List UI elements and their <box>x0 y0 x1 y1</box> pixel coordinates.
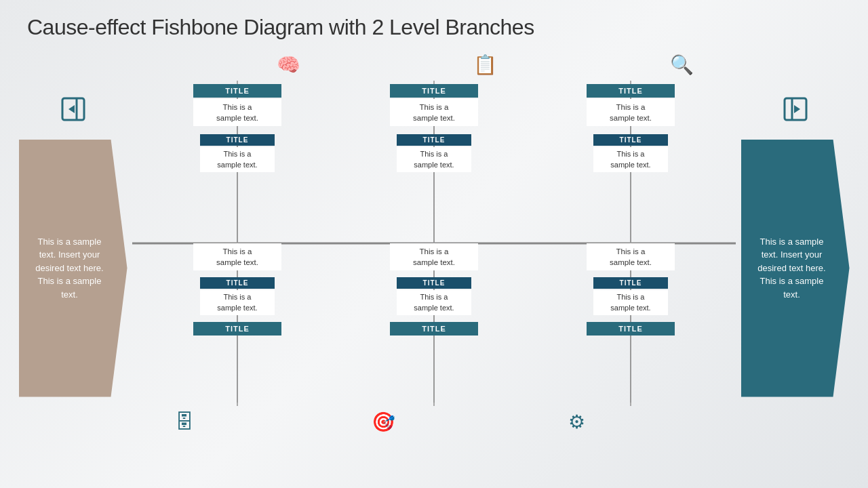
col3-title1: TITLE <box>587 84 675 98</box>
column-2: 📋 TITLE This is asample text. TITLE This… <box>372 47 497 440</box>
svg-marker-2 <box>68 105 75 113</box>
col3-title3: TITLE <box>593 277 668 289</box>
col3-text4: This is asample text. <box>593 290 668 315</box>
col1-text4: This is asample text. <box>200 290 275 315</box>
col1-top-icon: 🧠 <box>175 47 300 84</box>
col3-title2: TITLE <box>593 134 668 146</box>
column-1: 🧠 TITLE This is asample text. TITLE This… <box>175 47 300 440</box>
col3-text2: This is asample text. <box>593 147 668 172</box>
col2-text4: This is asample text. <box>397 290 471 315</box>
col2-text2: This is asample text. <box>397 147 471 172</box>
col3-bottom-icon: ⚙ <box>568 403 694 440</box>
column-3: 🔍 TITLE This is asample text. TITLE This… <box>568 47 694 440</box>
right-arrow: This is a sample text. Insert your desir… <box>741 140 850 397</box>
col2-title1: TITLE <box>390 84 478 98</box>
col2-text1: This is asample text. <box>390 99 478 126</box>
col2-bottom: This is asample text. TITLE This is asam… <box>372 243 497 403</box>
col3-top-icon: 🔍 <box>568 47 694 84</box>
col1-title3: TITLE <box>200 277 275 289</box>
col3-text1: This is asample text. <box>587 99 675 126</box>
col3-title4: TITLE <box>587 322 675 336</box>
col2-title2: TITLE <box>397 134 471 146</box>
col1-text2: This is asample text. <box>200 147 275 172</box>
col3-text3: This is asample text. <box>587 243 675 270</box>
svg-marker-5 <box>794 105 800 113</box>
col2-text3: This is asample text. <box>390 243 478 270</box>
col1-text1: This is asample text. <box>193 99 281 126</box>
col1-bottom-icon: 🗄 <box>175 403 300 440</box>
col1-bottom: This is asample text. TITLE This is asam… <box>175 243 300 403</box>
col1-title1: TITLE <box>193 84 281 98</box>
col3-top: TITLE This is asample text. TITLE This i… <box>568 84 694 243</box>
left-arrow-text: This is a sample text. Insert your desir… <box>33 235 107 302</box>
col1-title4: TITLE <box>193 322 281 336</box>
col1-top: TITLE This is asample text. TITLE This i… <box>175 84 300 243</box>
fishbone-diagram: This is a sample text. Insert your desir… <box>0 47 868 440</box>
col2-title3: TITLE <box>397 277 471 289</box>
page-container: Cause-effect Fishbone Diagram with 2 Lev… <box>0 0 868 440</box>
main-title: Cause-effect Fishbone Diagram with 2 Lev… <box>0 0 868 47</box>
left-entry-icon <box>54 90 92 134</box>
col1-title2: TITLE <box>200 134 275 146</box>
col2-top-icon: 📋 <box>372 47 497 84</box>
col2-bottom-icon: 🎯 <box>372 403 497 440</box>
right-exit-icon <box>776 90 814 134</box>
left-arrow: This is a sample text. Insert your desir… <box>19 140 127 397</box>
right-arrow-text: This is a sample text. Insert your desir… <box>755 235 829 302</box>
col1-text3: This is asample text. <box>193 243 281 270</box>
col2-title4: TITLE <box>390 322 478 336</box>
col3-bottom: This is asample text. TITLE This is asam… <box>568 243 694 403</box>
col2-top: TITLE This is asample text. TITLE This i… <box>372 84 497 243</box>
